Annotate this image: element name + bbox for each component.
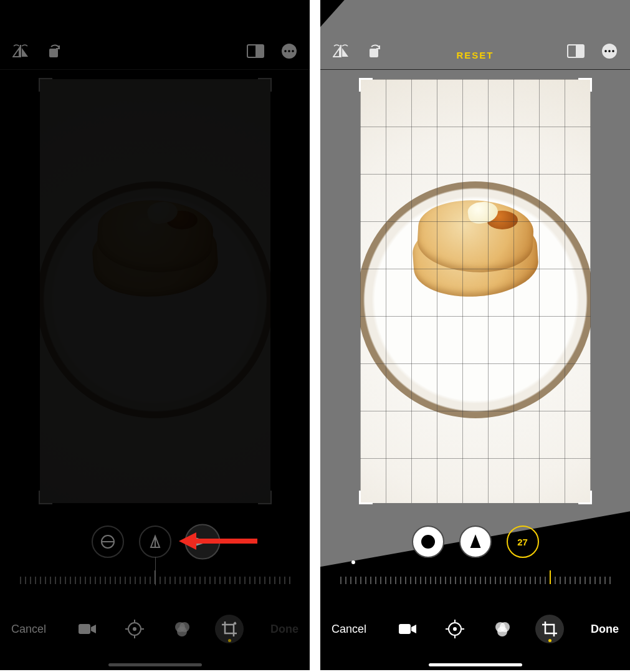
straighten-icon[interactable] [92, 526, 124, 558]
crop-icon[interactable] [215, 615, 244, 643]
reset-button[interactable]: RESET [457, 50, 494, 60]
svg-rect-2 [255, 45, 264, 57]
value-indicator-dot [351, 560, 355, 564]
aspect-ratio-icon[interactable] [246, 42, 265, 60]
crop-handle[interactable] [39, 491, 52, 504]
svg-point-29 [612, 50, 614, 52]
svg-point-27 [604, 50, 607, 52]
svg-point-5 [288, 50, 290, 52]
svg-point-4 [284, 50, 287, 52]
svg-point-6 [292, 50, 294, 52]
done-button[interactable]: Done [591, 623, 619, 636]
flip-horizontal-icon[interactable] [11, 42, 30, 60]
photo-canvas[interactable] [40, 79, 270, 503]
more-icon[interactable] [280, 42, 298, 60]
adjustment-row [0, 526, 310, 558]
svg-rect-11 [79, 624, 90, 634]
svg-point-42 [497, 626, 507, 636]
adjustment-row: 27 [320, 526, 630, 558]
crop-handle[interactable] [359, 491, 373, 504]
crop-handle[interactable] [578, 491, 592, 504]
bottom-toolbar: Cancel Done [320, 605, 630, 653]
svg-point-13 [133, 627, 136, 631]
home-indicator [108, 663, 202, 666]
rotate-icon[interactable] [365, 42, 384, 60]
svg-rect-23 [370, 49, 378, 57]
svg-point-21 [234, 622, 236, 625]
cancel-button[interactable]: Cancel [11, 623, 46, 636]
perspective-vertical-icon[interactable] [459, 526, 492, 558]
aspect-ratio-icon[interactable] [566, 42, 585, 60]
crop-handle[interactable] [39, 78, 52, 92]
svg-rect-33 [399, 624, 411, 634]
adjust-value: 27 [517, 537, 528, 547]
crop-handle[interactable] [578, 78, 592, 92]
svg-point-28 [608, 50, 611, 52]
filters-icon[interactable] [488, 615, 517, 643]
cancel-button[interactable]: Cancel [332, 623, 366, 636]
video-icon[interactable] [393, 615, 422, 643]
crop-icon[interactable] [535, 615, 564, 643]
done-button[interactable]: Done [270, 623, 298, 636]
home-indicator [429, 663, 522, 666]
svg-point-35 [453, 627, 457, 631]
video-icon[interactable] [73, 615, 102, 643]
flip-horizontal-icon[interactable] [332, 42, 350, 60]
more-icon[interactable] [600, 42, 619, 60]
perspective-horizontal-value[interactable]: 27 [507, 526, 539, 558]
svg-point-20 [177, 626, 187, 636]
grid-overlay [360, 79, 591, 503]
perspective-horizontal-icon[interactable] [184, 524, 220, 559]
crop-handle[interactable] [359, 78, 373, 92]
crop-handle[interactable] [258, 491, 272, 504]
perspective-vertical-icon[interactable] [139, 526, 171, 558]
rotate-icon[interactable] [45, 42, 64, 60]
crop-handle[interactable] [258, 78, 272, 92]
bottom-toolbar: Cancel Done [0, 605, 310, 653]
adjust-icon[interactable] [441, 615, 469, 643]
dial-ruler[interactable] [0, 568, 310, 584]
filters-icon[interactable] [168, 615, 196, 643]
adjust-icon[interactable] [120, 615, 149, 643]
svg-rect-0 [49, 49, 58, 57]
top-toolbar: RESET [320, 0, 630, 70]
svg-rect-25 [576, 45, 584, 57]
photo-canvas[interactable] [360, 79, 591, 503]
dial-ruler[interactable] [320, 568, 630, 584]
straighten-icon[interactable] [412, 526, 444, 558]
top-toolbar [0, 0, 310, 70]
